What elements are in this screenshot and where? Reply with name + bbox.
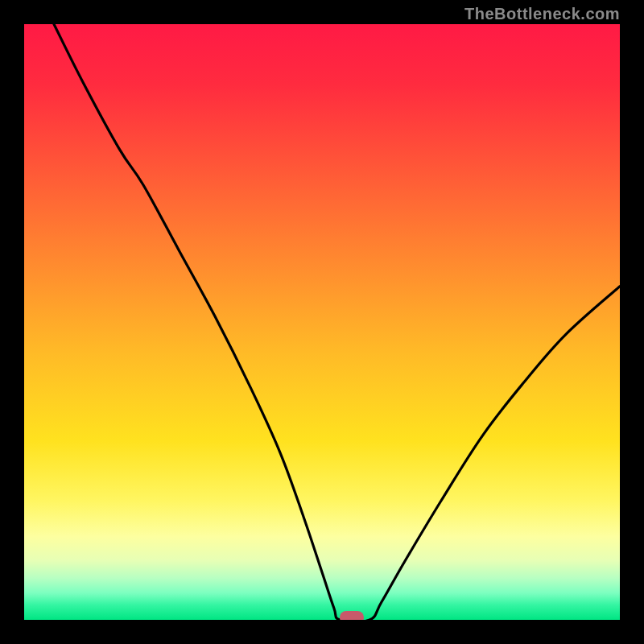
watermark-text: TheBottleneck.com — [464, 5, 620, 23]
optimal-marker — [340, 611, 364, 620]
plot-area — [24, 24, 620, 620]
bottleneck-curve — [24, 24, 620, 620]
chart-frame: TheBottleneck.com — [0, 0, 644, 644]
